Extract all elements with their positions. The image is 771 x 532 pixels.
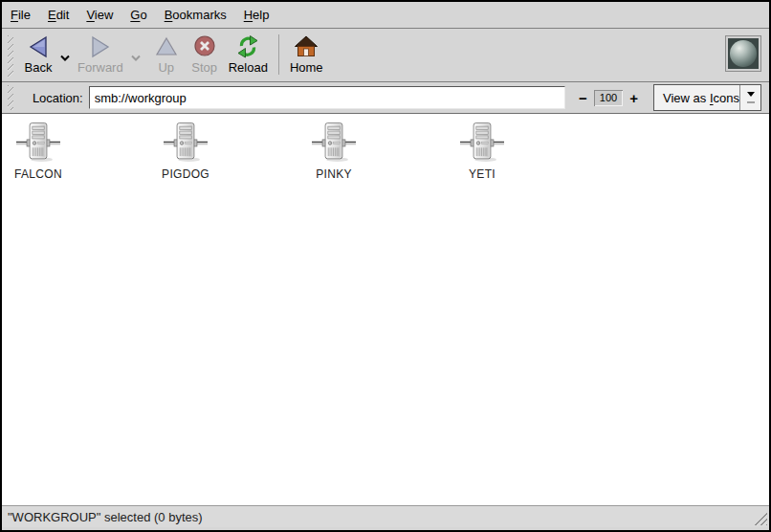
menu-file[interactable]: File bbox=[2, 2, 39, 28]
throbber-frame bbox=[728, 38, 759, 69]
home-button-label: Home bbox=[290, 61, 323, 75]
throbber-globe-icon bbox=[725, 35, 761, 72]
menu-help[interactable]: Help bbox=[235, 2, 278, 28]
zoom-out-button[interactable]: − bbox=[575, 90, 591, 106]
server-item-label: YETI bbox=[469, 167, 496, 181]
menubar: File Edit View Go Bookmarks Help bbox=[2, 2, 769, 29]
back-button[interactable]: Back bbox=[19, 32, 57, 75]
menu-go[interactable]: Go bbox=[121, 2, 155, 28]
toolbar-grip-handle[interactable] bbox=[8, 35, 13, 78]
zoom-in-button[interactable]: + bbox=[626, 90, 642, 106]
home-icon bbox=[294, 33, 319, 59]
server-item-falcon[interactable]: FALCON bbox=[0, 121, 81, 181]
stop-icon bbox=[192, 33, 217, 59]
view-as-combobox[interactable]: View as Icons bbox=[653, 84, 761, 111]
network-server-icon bbox=[460, 121, 504, 165]
chevron-down-icon bbox=[747, 92, 755, 100]
reload-button[interactable]: Reload bbox=[224, 32, 273, 75]
location-bar: Location: − 100 + View as Icons bbox=[2, 82, 769, 114]
up-arrow-icon bbox=[154, 33, 179, 59]
menu-edit[interactable]: Edit bbox=[39, 2, 77, 28]
location-input[interactable] bbox=[89, 86, 565, 109]
network-server-icon bbox=[312, 121, 356, 165]
toolbar-separator bbox=[278, 34, 279, 75]
back-history-chevron-icon[interactable] bbox=[57, 49, 73, 66]
file-manager-window: File Edit View Go Bookmarks Help Back Fo… bbox=[0, 0, 771, 532]
network-server-icon bbox=[16, 121, 60, 165]
back-arrow-icon bbox=[26, 33, 51, 59]
location-bar-grip-handle[interactable] bbox=[8, 85, 13, 110]
up-button-label: Up bbox=[158, 61, 174, 75]
server-item-label: FALCON bbox=[14, 167, 62, 181]
toolbar: Back Forward Up Stop bbox=[2, 29, 769, 82]
icon-view[interactable]: FALCON PIGDOG PINKY YETI bbox=[2, 114, 769, 505]
reload-icon bbox=[235, 33, 260, 59]
stop-button[interactable]: Stop bbox=[186, 32, 224, 75]
server-item-label: PIGDOG bbox=[162, 167, 209, 181]
home-button[interactable]: Home bbox=[285, 32, 328, 75]
server-item-label: PINKY bbox=[316, 167, 352, 181]
network-server-icon bbox=[164, 121, 208, 165]
view-as-dropdown-button[interactable] bbox=[739, 85, 760, 110]
up-button[interactable]: Up bbox=[147, 32, 186, 75]
back-button-label: Back bbox=[25, 61, 53, 75]
server-item-pinky[interactable]: PINKY bbox=[291, 121, 377, 181]
stop-button-label: Stop bbox=[191, 61, 217, 75]
location-label: Location: bbox=[33, 91, 83, 105]
window-resize-grip[interactable] bbox=[753, 511, 767, 525]
combo-bar-decoration bbox=[747, 101, 755, 103]
status-text: "WORKGROUP" selected (0 bytes) bbox=[8, 510, 203, 524]
view-as-label: View as Icons bbox=[654, 91, 739, 105]
server-item-pigdog[interactable]: PIGDOG bbox=[143, 121, 229, 181]
menu-bookmarks[interactable]: Bookmarks bbox=[156, 2, 235, 28]
menu-view[interactable]: View bbox=[77, 2, 121, 28]
forward-history-chevron-icon[interactable] bbox=[128, 49, 143, 66]
forward-arrow-icon bbox=[88, 33, 113, 59]
throbber-sphere bbox=[730, 40, 757, 67]
server-item-yeti[interactable]: YETI bbox=[439, 121, 525, 181]
forward-button[interactable]: Forward bbox=[73, 32, 128, 75]
forward-button-label: Forward bbox=[77, 61, 123, 75]
status-bar: "WORKGROUP" selected (0 bytes) bbox=[2, 505, 769, 527]
reload-button-label: Reload bbox=[229, 61, 268, 75]
zoom-level-indicator: 100 bbox=[594, 90, 623, 106]
